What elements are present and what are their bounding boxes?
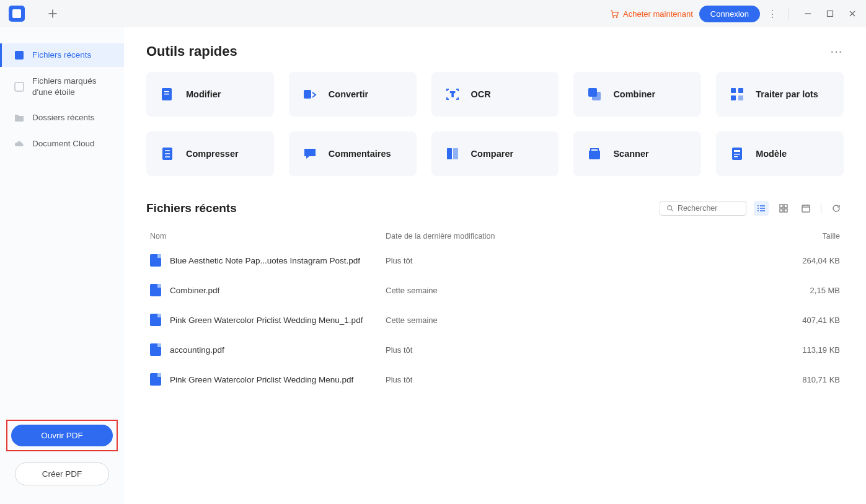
more-menu-button[interactable]: ⋮ [766,8,779,20]
refresh-button[interactable] [829,201,844,216]
open-pdf-button[interactable]: Ouvrir PDF [11,425,113,446]
main-content: Outils rapides ⋯ Modifier Convertir T OC… [124,27,866,504]
tool-label: Modifier [186,89,221,99]
table-row[interactable]: Combiner.pdf Cette semaine 2,15 MB [146,275,844,305]
sidebar-bottom-actions: Ouvrir PDF Créer PDF [0,420,124,504]
window-controls [799,5,861,22]
column-header-size[interactable]: Taille [778,232,840,241]
file-size: 264,04 KB [778,256,840,265]
sidebar-item-label: Fichiers récents [32,50,91,61]
search-box[interactable] [660,201,746,216]
recent-files-table: Nom Date de la dernière modification Tai… [146,227,844,394]
svg-rect-21 [734,154,740,155]
recent-files-toolbar [660,201,844,216]
sidebar-item-label: Dossiers récents [32,112,95,123]
svg-rect-2 [828,11,833,17]
maximize-button[interactable] [821,5,839,22]
pdf-file-icon [150,284,161,296]
file-date: Plus tôt [386,345,778,355]
svg-rect-28 [802,205,810,212]
tool-batch[interactable]: Traiter par lots [716,72,844,117]
tool-label: Compresser [186,149,239,159]
file-size: 407,41 KB [778,316,840,325]
tool-label: Comparer [471,149,514,159]
login-button[interactable]: Connexion [699,6,760,22]
close-button[interactable] [844,5,861,22]
tool-compresser[interactable]: Compresser [146,131,274,176]
file-name: accounting.pdf [170,345,224,355]
tool-commentaires[interactable]: Commentaires [289,131,417,176]
sidebar-item-starred[interactable]: Fichiers marqués d'une étoile [0,69,124,104]
svg-point-23 [668,206,672,210]
titlebar: Acheter maintenant Connexion ⋮ [0,0,866,27]
star-icon [14,81,25,92]
file-size: 810,71 KB [778,375,840,384]
quick-tools-more-button[interactable]: ⋯ [830,44,844,59]
svg-rect-13 [738,88,743,93]
search-input[interactable] [678,204,740,213]
svg-rect-22 [734,156,738,157]
svg-rect-7 [164,94,169,95]
table-row[interactable]: accounting.pdf Plus tôt 113,19 KB [146,335,844,365]
create-pdf-button[interactable]: Créer PDF [15,462,109,485]
quick-tools-header: Outils rapides ⋯ [146,43,844,60]
tool-ocr[interactable]: T OCR [431,72,559,117]
table-row[interactable]: Pink Green Watercolor Priclist Wedding M… [146,365,844,394]
sidebar-item-recent-folders[interactable]: Dossiers récents [0,106,124,130]
table-row[interactable]: Pink Green Watercolor Priclist Wedding M… [146,305,844,335]
comment-icon [301,145,319,162]
batch-icon [728,86,746,103]
convert-icon [301,86,319,103]
tool-modifier[interactable]: Modifier [146,72,274,117]
tool-comparer[interactable]: Comparer [431,131,559,176]
file-date: Plus tôt [386,375,778,384]
grid-view-button[interactable] [776,201,791,216]
separator [789,7,789,20]
sidebar-item-recent-files[interactable]: Fichiers récents [0,43,124,67]
tool-scanner[interactable]: Scanner [573,131,701,176]
file-date: Plus tôt [386,256,778,265]
tool-label: OCR [471,89,491,99]
svg-rect-20 [734,150,740,152]
scanner-icon [586,145,603,162]
file-date: Cette semaine [386,316,778,325]
buy-now-label: Acheter maintenant [623,9,693,19]
quick-tools-title: Outils rapides [146,43,237,60]
recent-files-icon [14,50,25,61]
column-header-name[interactable]: Nom [150,232,386,241]
buy-now-link[interactable]: Acheter maintenant [609,9,693,19]
table-header: Nom Date de la dernière modification Tai… [146,227,844,245]
tool-combiner[interactable]: Combiner [573,72,701,117]
sidebar: Fichiers récents Fichiers marqués d'une … [0,27,124,504]
file-name: Combiner.pdf [170,286,219,295]
calendar-filter-button[interactable] [798,201,813,216]
column-header-date[interactable]: Date de la dernière modification [386,232,778,241]
folder-icon [14,112,25,123]
file-name: Pink Green Watercolor Priclist Wedding M… [170,375,353,384]
tool-label: Traiter par lots [756,89,818,99]
tool-label: Convertir [329,89,368,99]
sidebar-item-document-cloud[interactable]: Document Cloud [0,132,124,156]
cart-icon [609,9,619,19]
svg-rect-25 [784,205,787,208]
quick-tools-grid: Modifier Convertir T OCR Combiner Traite… [146,72,844,176]
new-tab-button[interactable] [45,6,61,22]
combine-icon [586,86,603,103]
titlebar-tabs [5,6,61,22]
svg-rect-12 [731,88,736,93]
tool-convertir[interactable]: Convertir [289,72,417,117]
minimize-button[interactable] [799,5,816,22]
file-name: Blue Aesthetic Note Pap...uotes Instagra… [170,256,360,265]
svg-point-1 [616,17,617,18]
compare-icon [444,145,461,162]
titlebar-actions: Acheter maintenant Connexion ⋮ [609,5,861,22]
svg-rect-26 [780,209,783,212]
highlight-annotation: Ouvrir PDF [6,420,118,451]
app-logo-tab[interactable] [9,6,25,22]
tool-modele[interactable]: Modèle [716,131,844,176]
table-row[interactable]: Blue Aesthetic Note Pap...uotes Instagra… [146,245,844,275]
svg-rect-18 [453,148,458,159]
list-view-button[interactable] [754,201,769,216]
svg-rect-24 [780,205,783,208]
svg-rect-11 [592,92,601,100]
